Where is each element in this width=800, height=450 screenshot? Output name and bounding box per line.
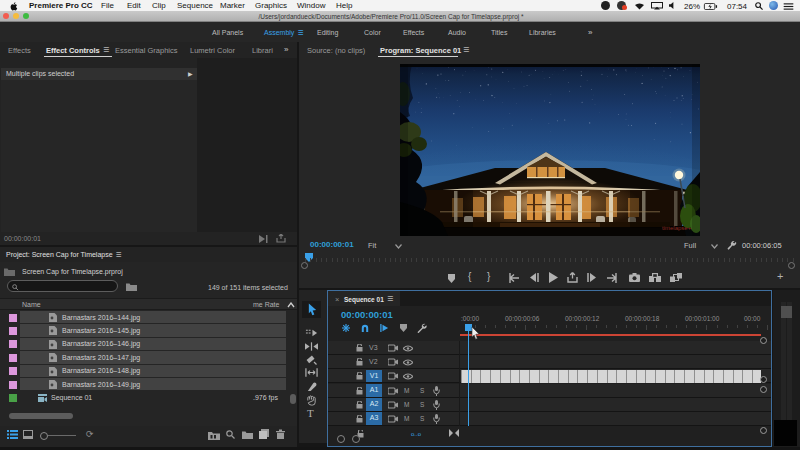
svg-text:timelapse+: timelapse+ [662,225,692,231]
